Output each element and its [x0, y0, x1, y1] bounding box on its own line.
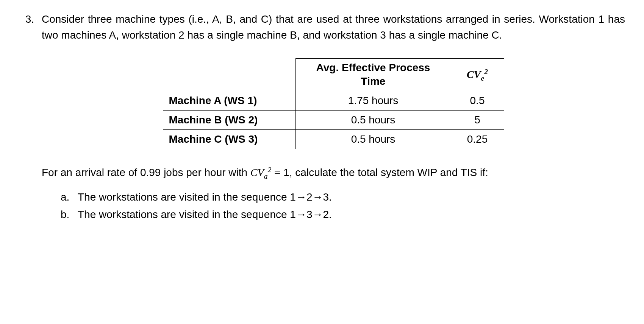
- arrow-icon: →: [296, 191, 306, 203]
- row-time-b: 0.5 hours: [295, 110, 451, 129]
- subpart-a-text: The workstations are visited in the sequ…: [78, 189, 332, 205]
- data-table: Avg. Effective Process Time CVe2 Machine…: [163, 58, 504, 149]
- header-cv: CVe2: [451, 59, 504, 91]
- header-process-time: Avg. Effective Process Time: [295, 59, 451, 91]
- row-time-a: 1.75 hours: [295, 91, 451, 110]
- subpart-a-letter: a.: [61, 189, 72, 205]
- cv-a-sup: 2: [268, 166, 272, 174]
- row-cv-b: 5: [451, 110, 504, 129]
- row-label-c: Machine C (WS 3): [163, 129, 295, 149]
- problem-intro: Consider three machine types (i.e., A, B…: [42, 11, 625, 43]
- cv-sub: e: [481, 74, 484, 82]
- eq-val: = 1: [271, 167, 289, 178]
- arrow-icon: →: [296, 209, 306, 220]
- row-time-c: 0.5 hours: [295, 129, 451, 149]
- cv-sup: 2: [484, 67, 488, 75]
- table-row: Machine B (WS 2) 0.5 hours 5: [163, 110, 504, 129]
- subparts-list: a. The workstations are visited in the s…: [42, 189, 625, 223]
- row-cv-a: 0.5: [451, 91, 504, 110]
- after-text-1: For an arrival rate of 0.99 jobs per hou…: [42, 167, 250, 178]
- sub-a-before: The workstations are visited in the sequ…: [78, 191, 296, 203]
- table-row: Machine C (WS 3) 0.5 hours 0.25: [163, 129, 504, 149]
- arrow-icon: →: [312, 209, 323, 220]
- problem-body: Consider three machine types (i.e., A, B…: [42, 11, 625, 224]
- arrow-icon: →: [312, 191, 323, 203]
- after-table-text: For an arrival rate of 0.99 jobs per hou…: [42, 164, 625, 182]
- sub-a-end: 3.: [323, 191, 331, 203]
- subpart-b-text: The workstations are visited in the sequ…: [78, 207, 332, 223]
- table-container: Avg. Effective Process Time CVe2 Machine…: [42, 58, 625, 149]
- sub-b-before: The workstations are visited in the sequ…: [78, 209, 296, 220]
- sub-b-end: 2.: [323, 209, 331, 220]
- table-header-row: Avg. Effective Process Time CVe2: [163, 59, 504, 91]
- sub-b-mid: 3: [306, 209, 313, 220]
- problem-container: 3. Consider three machine types (i.e., A…: [19, 11, 625, 224]
- empty-header-cell: [163, 59, 295, 91]
- row-cv-c: 0.25: [451, 129, 504, 149]
- after-text-2: , calculate the total system WIP and TIS…: [289, 167, 488, 178]
- table-row: Machine A (WS 1) 1.75 hours 0.5: [163, 91, 504, 110]
- cv-a-sub: a: [264, 172, 268, 180]
- subpart-b: b. The workstations are visited in the s…: [61, 207, 625, 223]
- cv-text: CV: [467, 69, 481, 80]
- sub-a-mid: 2: [306, 191, 313, 203]
- header-process-time-text: Avg. Effective Process Time: [316, 62, 430, 87]
- row-label-a: Machine A (WS 1): [163, 91, 295, 110]
- cv-a-text: CV: [250, 167, 264, 178]
- row-label-b: Machine B (WS 2): [163, 110, 295, 129]
- subpart-b-letter: b.: [61, 207, 72, 223]
- subpart-a: a. The workstations are visited in the s…: [61, 189, 625, 205]
- problem-number: 3.: [19, 11, 34, 224]
